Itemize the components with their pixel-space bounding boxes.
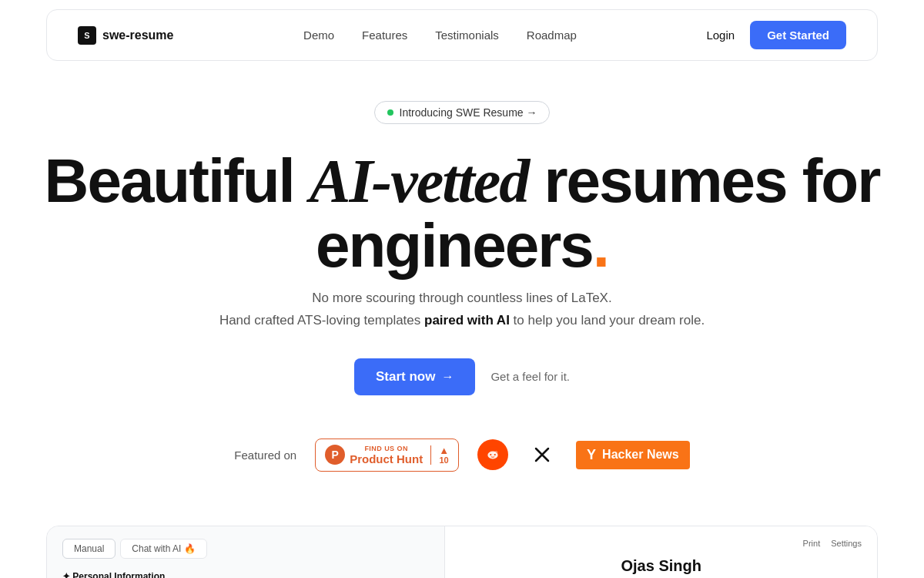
login-button[interactable]: Login <box>706 29 735 42</box>
product-hunt-text: FIND US ON Product Hunt <box>350 445 423 465</box>
navbar: S swe-resume Demo Features Testimonials … <box>46 9 878 61</box>
start-now-label: Start now <box>376 369 435 385</box>
hero-section: Introducing SWE Resume → Beautiful AI-ve… <box>0 70 924 526</box>
featured-row: Featured on P FIND US ON Product Hunt ▲ … <box>15 439 909 472</box>
nav-demo[interactable]: Demo <box>303 29 334 42</box>
preview-tabs: Manual Chat with AI 🔥 <box>62 539 429 559</box>
svg-point-3 <box>494 454 496 455</box>
logo-text: swe-resume <box>102 29 174 42</box>
hero-title-part1: Beautiful <box>45 146 310 215</box>
hero-subtitle-line2-pre: Hand crafted ATS-loving templates <box>219 313 424 328</box>
logo[interactable]: S swe-resume <box>78 26 174 45</box>
preview-right-panel: Print Settings Ojas Singh Toronto, ON ✉ … <box>445 526 877 578</box>
hn-label: Hacker News <box>602 448 679 462</box>
hero-subtitle-bold: paired with AI <box>424 313 510 328</box>
ph-upvote: ▲ 10 <box>430 445 449 465</box>
svg-point-2 <box>490 454 491 455</box>
nav-actions: Login Get Started <box>706 21 846 49</box>
preview-tab-ai[interactable]: Chat with AI 🔥 <box>120 539 206 559</box>
app-preview: Manual Chat with AI 🔥 ✦ Personal Informa… <box>46 526 878 578</box>
nav-testimonials[interactable]: Testimonials <box>435 29 499 42</box>
cta-feel-text: Get a feel for it. <box>490 370 570 383</box>
hero-subtitle-line1: No more scouring through countless lines… <box>312 291 611 305</box>
hero-title: Beautiful AI-vetted resumes for engineer… <box>15 149 909 278</box>
start-now-arrow: → <box>441 370 454 384</box>
nav-links: Demo Features Testimonials Roadmap <box>303 29 577 42</box>
preview-left-panel: Manual Chat with AI 🔥 ✦ Personal Informa… <box>47 526 445 578</box>
ph-name-label: Product Hunt <box>350 452 423 465</box>
badge-dot <box>387 109 393 116</box>
hero-subtitle: No more scouring through countless lines… <box>15 287 909 332</box>
badge-text: Introducing SWE Resume → <box>400 106 537 119</box>
reddit-icon[interactable] <box>477 439 508 470</box>
hero-subtitle-line2-post: to help you land your dream role. <box>510 313 705 328</box>
nav-features[interactable]: Features <box>362 29 407 42</box>
x-twitter-icon[interactable] <box>527 439 557 470</box>
get-started-button[interactable]: Get Started <box>750 21 846 49</box>
featured-label: Featured on <box>234 449 296 462</box>
nav-roadmap[interactable]: Roadmap <box>527 29 577 42</box>
hero-title-dot: . <box>593 211 608 280</box>
preview-section-header: ✦ Personal Information <box>62 571 429 578</box>
hacker-news-badge[interactable]: Y Hacker News <box>576 441 690 469</box>
preview-settings-btn[interactable]: Settings <box>831 539 862 548</box>
resume-name: Ojas Singh <box>460 557 862 575</box>
logo-icon: S <box>78 26 96 45</box>
ph-arrow-up-icon: ▲ <box>439 445 449 455</box>
preview-resume-header: Print Settings <box>460 539 862 548</box>
intro-badge[interactable]: Introducing SWE Resume → <box>374 101 551 124</box>
start-now-button[interactable]: Start now → <box>354 358 475 395</box>
preview-print-btn[interactable]: Print <box>803 539 821 548</box>
hn-y-icon: Y <box>587 447 596 463</box>
preview-tab-manual[interactable]: Manual <box>62 539 116 559</box>
hero-title-italic: AI-vetted <box>310 147 528 215</box>
product-hunt-icon: P <box>325 445 345 465</box>
cta-row: Start now → Get a feel for it. <box>15 358 909 395</box>
ph-upvote-count: 10 <box>440 455 449 465</box>
svg-point-5 <box>496 452 497 452</box>
product-hunt-badge[interactable]: P FIND US ON Product Hunt ▲ 10 <box>315 439 459 472</box>
ph-find-us-label: FIND US ON <box>350 445 423 452</box>
